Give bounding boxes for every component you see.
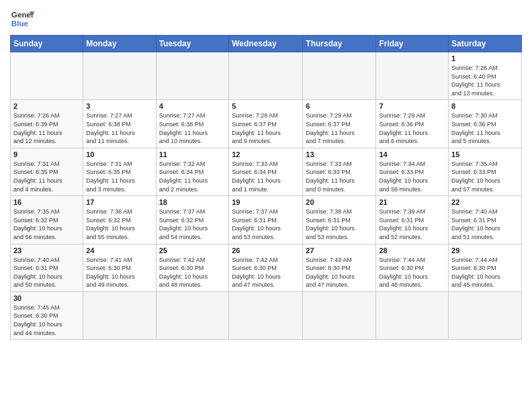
calendar-cell: 20Sunrise: 7:38 AM Sunset: 6:31 PM Dayli… [303,196,376,244]
day-number: 10 [86,150,152,158]
day-info: Sunrise: 7:27 AM Sunset: 6:38 PM Dayligh… [86,111,152,145]
weekday-header-sunday: Sunday [11,36,83,52]
weekday-header-thursday: Thursday [303,36,376,52]
day-number: 8 [451,102,519,110]
day-info: Sunrise: 7:31 AM Sunset: 6:35 PM Dayligh… [86,160,152,193]
day-number: 17 [86,198,152,206]
day-number: 16 [13,198,80,206]
day-number: 12 [232,150,300,158]
day-number: 26 [232,246,300,255]
day-info: Sunrise: 7:28 AM Sunset: 6:37 PM Dayligh… [232,111,300,145]
calendar-cell: 24Sunrise: 7:41 AM Sunset: 6:30 PM Dayli… [83,244,156,291]
calendar-cell: 18Sunrise: 7:37 AM Sunset: 6:32 PM Dayli… [156,196,229,244]
day-number: 18 [159,198,226,206]
calendar-row-4: 16Sunrise: 7:35 AM Sunset: 6:32 PM Dayli… [11,196,522,244]
calendar-cell: 5Sunrise: 7:28 AM Sunset: 6:37 PM Daylig… [229,100,303,148]
weekday-header-row: SundayMondayTuesdayWednesdayThursdayFrid… [11,36,522,52]
day-number: 5 [232,102,300,110]
calendar-cell: 26Sunrise: 7:42 AM Sunset: 6:30 PM Dayli… [229,244,303,291]
calendar-cell: 16Sunrise: 7:35 AM Sunset: 6:32 PM Dayli… [11,196,83,244]
calendar-cell: 30Sunrise: 7:45 AM Sunset: 6:30 PM Dayli… [11,291,83,339]
calendar-cell: 13Sunrise: 7:33 AM Sunset: 6:33 PM Dayli… [303,148,376,195]
calendar-cell: 6Sunrise: 7:29 AM Sunset: 6:37 PM Daylig… [303,100,376,148]
day-info: Sunrise: 7:37 AM Sunset: 6:32 PM Dayligh… [159,208,226,241]
day-info: Sunrise: 7:38 AM Sunset: 6:31 PM Dayligh… [306,208,373,241]
day-info: Sunrise: 7:29 AM Sunset: 6:37 PM Dayligh… [306,111,373,145]
svg-text:Blue: Blue [11,19,29,28]
day-info: Sunrise: 7:41 AM Sunset: 6:30 PM Dayligh… [86,256,152,289]
calendar-cell: 2Sunrise: 7:26 AM Sunset: 6:39 PM Daylig… [11,100,83,148]
calendar-cell [156,291,229,339]
day-info: Sunrise: 7:40 AM Sunset: 6:31 PM Dayligh… [13,256,80,289]
calendar-cell [11,52,83,100]
calendar-cell: 1Sunrise: 7:26 AM Sunset: 6:40 PM Daylig… [449,52,522,100]
calendar-cell [229,52,303,100]
day-info: Sunrise: 7:44 AM Sunset: 6:30 PM Dayligh… [451,256,519,289]
day-number: 7 [379,102,445,110]
calendar-cell: 4Sunrise: 7:27 AM Sunset: 6:38 PM Daylig… [156,100,229,148]
calendar-cell [376,291,449,339]
day-info: Sunrise: 7:34 AM Sunset: 6:33 PM Dayligh… [379,160,445,193]
calendar-cell: 21Sunrise: 7:39 AM Sunset: 6:31 PM Dayli… [376,196,449,244]
calendar-cell: 3Sunrise: 7:27 AM Sunset: 6:38 PM Daylig… [83,100,156,148]
day-info: Sunrise: 7:36 AM Sunset: 6:32 PM Dayligh… [86,208,152,241]
calendar-table: SundayMondayTuesdayWednesdayThursdayFrid… [10,35,522,340]
calendar-cell [303,291,376,339]
day-number: 6 [306,102,373,110]
svg-text:General: General [11,10,34,19]
calendar-cell: 19Sunrise: 7:37 AM Sunset: 6:31 PM Dayli… [229,196,303,244]
calendar-row-6: 30Sunrise: 7:45 AM Sunset: 6:30 PM Dayli… [11,291,522,339]
day-number: 29 [451,246,519,255]
day-info: Sunrise: 7:35 AM Sunset: 6:33 PM Dayligh… [451,160,519,193]
calendar-cell: 27Sunrise: 7:43 AM Sunset: 6:30 PM Dayli… [303,244,376,291]
calendar-cell: 17Sunrise: 7:36 AM Sunset: 6:32 PM Dayli… [83,196,156,244]
day-info: Sunrise: 7:26 AM Sunset: 6:39 PM Dayligh… [13,111,80,145]
day-info: Sunrise: 7:42 AM Sunset: 6:30 PM Dayligh… [159,256,226,289]
calendar-cell [83,291,156,339]
day-number: 24 [86,246,152,255]
page: General Blue SundayMondayTuesdayWednesda… [0,0,532,350]
calendar-cell: 23Sunrise: 7:40 AM Sunset: 6:31 PM Dayli… [11,244,83,291]
calendar-row-3: 9Sunrise: 7:31 AM Sunset: 6:35 PM Daylig… [11,148,522,195]
day-info: Sunrise: 7:35 AM Sunset: 6:32 PM Dayligh… [13,208,80,241]
calendar-cell: 9Sunrise: 7:31 AM Sunset: 6:35 PM Daylig… [11,148,83,195]
day-number: 25 [159,246,226,255]
calendar-cell [83,52,156,100]
day-number: 27 [306,246,373,255]
calendar-cell: 12Sunrise: 7:33 AM Sunset: 6:34 PM Dayli… [229,148,303,195]
calendar-cell [229,291,303,339]
day-info: Sunrise: 7:42 AM Sunset: 6:30 PM Dayligh… [232,256,300,289]
calendar-cell: 15Sunrise: 7:35 AM Sunset: 6:33 PM Dayli… [449,148,522,195]
day-number: 9 [13,150,80,158]
calendar-row-1: 1Sunrise: 7:26 AM Sunset: 6:40 PM Daylig… [11,52,522,100]
calendar-cell: 29Sunrise: 7:44 AM Sunset: 6:30 PM Dayli… [449,244,522,291]
day-number: 20 [306,198,373,206]
calendar-cell: 25Sunrise: 7:42 AM Sunset: 6:30 PM Dayli… [156,244,229,291]
day-info: Sunrise: 7:39 AM Sunset: 6:31 PM Dayligh… [379,208,445,241]
day-number: 15 [451,150,519,158]
day-info: Sunrise: 7:37 AM Sunset: 6:31 PM Dayligh… [232,208,300,241]
day-number: 28 [379,246,445,255]
logo: General Blue [10,7,34,31]
calendar-cell [449,291,522,339]
day-info: Sunrise: 7:33 AM Sunset: 6:34 PM Dayligh… [232,160,300,193]
calendar-cell: 22Sunrise: 7:40 AM Sunset: 6:31 PM Dayli… [449,196,522,244]
day-number: 19 [232,198,300,206]
day-number: 14 [379,150,445,158]
weekday-header-saturday: Saturday [449,36,522,52]
day-number: 30 [13,294,80,302]
day-info: Sunrise: 7:44 AM Sunset: 6:30 PM Dayligh… [379,256,445,289]
day-info: Sunrise: 7:27 AM Sunset: 6:38 PM Dayligh… [159,111,226,145]
weekday-header-wednesday: Wednesday [229,36,303,52]
header: General Blue [10,7,522,31]
day-info: Sunrise: 7:32 AM Sunset: 6:34 PM Dayligh… [159,160,226,193]
calendar-cell: 8Sunrise: 7:30 AM Sunset: 6:36 PM Daylig… [449,100,522,148]
day-info: Sunrise: 7:26 AM Sunset: 6:40 PM Dayligh… [451,64,519,97]
day-info: Sunrise: 7:43 AM Sunset: 6:30 PM Dayligh… [306,256,373,289]
day-info: Sunrise: 7:33 AM Sunset: 6:33 PM Dayligh… [306,160,373,193]
calendar-cell: 11Sunrise: 7:32 AM Sunset: 6:34 PM Dayli… [156,148,229,195]
day-number: 3 [86,102,152,110]
calendar-cell: 28Sunrise: 7:44 AM Sunset: 6:30 PM Dayli… [376,244,449,291]
generalblue-logo-icon: General Blue [10,7,34,31]
calendar-cell: 7Sunrise: 7:29 AM Sunset: 6:36 PM Daylig… [376,100,449,148]
